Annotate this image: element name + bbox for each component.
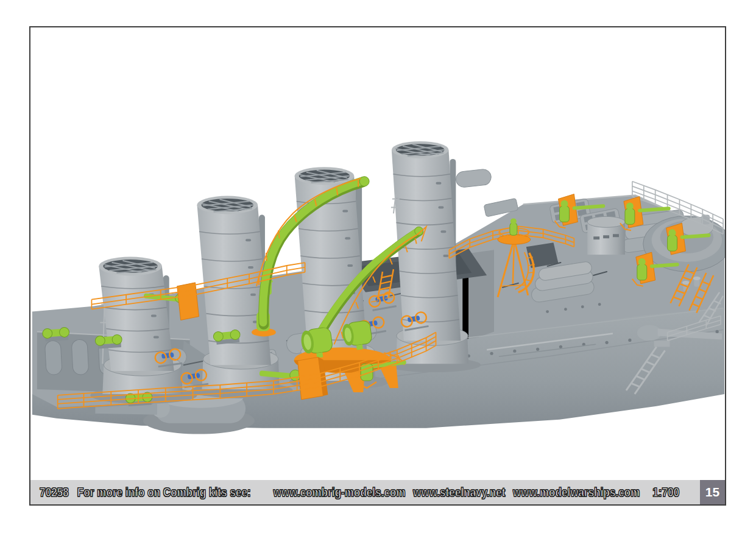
footer-bar: 70258 For more info on Combrig kits see:… [30,480,725,504]
conning-tower [587,216,625,255]
ship-render-3d [30,27,725,504]
page-frame: 70258 For more info on Combrig kits see:… [29,26,726,506]
footer-info-line: 70258 For more info on Combrig kits see:… [30,485,679,499]
link-modelwarships: www.modelwarships.com [513,485,640,499]
winch [42,327,69,342]
footer-info-label: For more info on Combrig kits see: [77,485,251,499]
scale-label: 1:700 [652,485,679,499]
kit-number: 70258 [40,485,69,499]
link-combrig-models: www.combrig-models.com [274,485,406,499]
winch [95,334,122,349]
link-steelnavy: www.steelnavy.net [413,485,505,499]
page-number-badge: 15 [700,480,725,504]
